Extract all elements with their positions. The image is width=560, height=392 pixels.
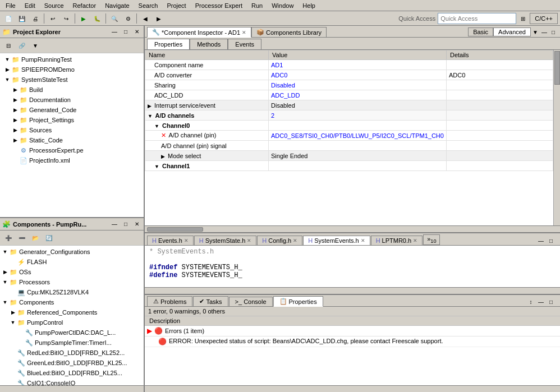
expand-icon[interactable]: ▼ [9, 319, 17, 326]
editor-tab-events[interactable]: H Events.h ✕ [147, 236, 194, 245]
menu-file[interactable]: File [2, 1, 19, 10]
prop-name-cell[interactable]: ▶ Mode select [145, 151, 269, 161]
redo-button[interactable]: ↪ [60, 12, 72, 25]
expand-icon[interactable]: ▼ [1, 278, 9, 286]
run-button[interactable]: ▶ [77, 12, 90, 25]
undo-button[interactable]: ↩ [47, 12, 59, 25]
expand-icon[interactable]: ▶ [11, 136, 19, 144]
tree-item-gen-configs[interactable]: ▼ 📁 Generator_Configurations [1, 247, 143, 257]
tree-item-oss[interactable]: ▶ 📁 OSs [1, 267, 143, 277]
menu-project[interactable]: Project [163, 1, 189, 10]
expand-icon[interactable]: ▼ [3, 76, 11, 84]
prop-value-link[interactable]: 2 [271, 112, 274, 119]
expand-icon[interactable]: ▶ [9, 308, 17, 316]
tree-item-generated[interactable]: ▶ 📁 Generated_Code [1, 105, 143, 115]
prop-value-link[interactable]: ADC0 [271, 72, 287, 79]
inspector-minimize-btn[interactable]: — [540, 27, 549, 36]
remove-component-btn[interactable]: ➖ [16, 232, 28, 244]
expand-icon[interactable]: ▶ [148, 103, 152, 109]
prop-value-cell[interactable]: ADC_LDD [269, 90, 447, 100]
expand-icon[interactable]: ▶ [11, 116, 19, 124]
editor-more-tabs-btn[interactable]: »10 [423, 234, 440, 245]
menu-edit[interactable]: Edit [21, 1, 39, 10]
expand-icon[interactable]: ▶ [1, 268, 9, 276]
problems-tab-problems[interactable]: ⚠ Problems [147, 296, 192, 306]
tree-item-csio[interactable]: 🔧 CsIO1:ConsoleIO [1, 378, 143, 385]
tree-item-cpu[interactable]: 💻 Cpu:MKL25Z128VLK4 [1, 287, 143, 297]
minimize-icon[interactable]: — [110, 27, 119, 36]
inspector-scrollbar-h[interactable] [145, 225, 560, 232]
tab-close-icon[interactable]: ✕ [184, 238, 189, 243]
inspector-menu-btn[interactable]: ▼ [531, 27, 540, 36]
expand-icon[interactable]: ▼ [1, 298, 9, 306]
tab-close-icon[interactable]: ✕ [361, 238, 365, 243]
prop-value-link[interactable]: ADC0_SE8/TSI0_CH0/PTB0/LLWU_P5/I2C0_SCL/… [271, 132, 444, 139]
add-component-btn[interactable]: ➕ [2, 232, 15, 244]
inspector-scrollbar-v[interactable] [553, 50, 560, 225]
expand-icon[interactable]: ▼ [3, 56, 11, 63]
tree-item-pump-dac[interactable]: 🔧 PumpPowerCtlDAC:DAC_L... [1, 328, 143, 338]
expand-icon[interactable]: ▶ [11, 96, 19, 104]
open-component-btn[interactable]: 📂 [29, 232, 42, 244]
problems-tab-properties[interactable]: 📋 Properties [273, 296, 323, 307]
prop-name-cell[interactable]: ▼ Channel0 [145, 121, 269, 131]
problems-tab-tasks[interactable]: ✔ Tasks [193, 296, 228, 306]
editor-scrollbar-h[interactable] [145, 287, 560, 294]
tree-item-flash[interactable]: ⚡ FLASH [1, 257, 143, 267]
menu-refactor[interactable]: Refactor [70, 1, 100, 10]
prop-value-cell[interactable]: AD1 [269, 60, 447, 70]
tab-close-icon[interactable]: ✕ [293, 238, 297, 243]
editor-tab-systemstate[interactable]: H SystemState.h ✕ [194, 236, 257, 245]
minimize-icon2[interactable]: — [110, 220, 119, 229]
prop-value-cell[interactable]: ADC0 [269, 70, 447, 80]
maximize-icon[interactable]: □ [121, 27, 130, 36]
close-icon2[interactable]: ✕ [132, 220, 141, 229]
expand-icon[interactable]: ▶ [11, 86, 19, 94]
search-button[interactable]: 🔍 [108, 12, 121, 25]
error-expand-icon[interactable]: ▶ [147, 327, 152, 335]
expand-icon[interactable]: ▶ [3, 66, 11, 73]
debug-button[interactable]: 🐛 [91, 12, 103, 25]
tree-item-sysstate[interactable]: ▼ 📁 SystemStateTest [1, 75, 143, 85]
maximize-icon2[interactable]: □ [121, 220, 130, 229]
menu-run[interactable]: Run [248, 1, 266, 10]
menu-navigate[interactable]: Navigate [102, 1, 132, 10]
quick-access-input[interactable] [438, 13, 516, 24]
menu-help[interactable]: Help [299, 1, 319, 10]
tree-item-referenced[interactable]: ▶ 📁 Referenced_Components [1, 307, 143, 317]
advanced-button[interactable]: Advanced [493, 27, 531, 36]
prop-name-cell[interactable]: ▼ A/D channels [145, 110, 269, 121]
menu-window[interactable]: Window [268, 1, 297, 10]
tree-item-pump-control[interactable]: ▼ 📁 PumpControl [1, 317, 143, 328]
menu-source[interactable]: Source [41, 1, 67, 10]
editor-tab-lptmr[interactable]: H LPTMR0.h ✕ [371, 236, 423, 245]
problems-scrollbar-h[interactable] [145, 385, 560, 392]
tab-close-icon[interactable]: ✕ [247, 238, 251, 243]
tree-item-processorexpert[interactable]: ⚙ ProcessorExpert.pe [1, 145, 143, 155]
methods-tab[interactable]: Methods [190, 39, 228, 49]
new-button[interactable]: 📄 [2, 12, 15, 25]
expand-icon[interactable]: ▼ [148, 113, 153, 119]
tree-item-pump-running[interactable]: ▼ 📁 PumpRunningTest [1, 54, 143, 64]
properties-tab[interactable]: Properties [147, 39, 190, 49]
editor-content[interactable]: * SystemEvents.h #ifndef SYSTEMEVENTS_H_… [145, 246, 560, 287]
forward-button[interactable]: ▶ [153, 12, 165, 25]
prop-value-link[interactable]: Disabled [271, 82, 295, 89]
save-button[interactable]: 💾 [16, 12, 28, 25]
tree-item-components[interactable]: ▼ 📁 Components [1, 297, 143, 307]
errors-group[interactable]: ▶ 🔴 Errors (1 item) [145, 326, 560, 336]
tree-item-static-code[interactable]: ▶ 📁 Static_Code [1, 135, 143, 145]
problems-sort-btn[interactable]: ↕ [526, 297, 535, 306]
refresh-btn[interactable]: 🔄 [43, 232, 55, 244]
expand-icon[interactable]: ▶ [11, 126, 19, 134]
events-tab[interactable]: Events [228, 39, 261, 49]
tree-item-build[interactable]: ▶ 📁 Build [1, 85, 143, 95]
editor-minimize-btn[interactable]: — [536, 236, 545, 245]
prop-name-cell[interactable]: ▼ Channel1 [145, 161, 269, 171]
basic-button[interactable]: Basic [468, 27, 493, 36]
layout-btn[interactable]: ⊞ [518, 14, 527, 23]
problems-maximize-btn[interactable]: □ [547, 297, 556, 306]
prop-value-cell[interactable]: ADC0_SE8/TSI0_CH0/PTB0/LLWU_P5/I2C0_SCL/… [269, 131, 447, 141]
error-item[interactable]: 🔴 ERROR: Unexpected status of script: Be… [145, 336, 560, 347]
tree-item-pump-timer[interactable]: 🔧 PumpSampleTimer:TimerI... [1, 338, 143, 348]
